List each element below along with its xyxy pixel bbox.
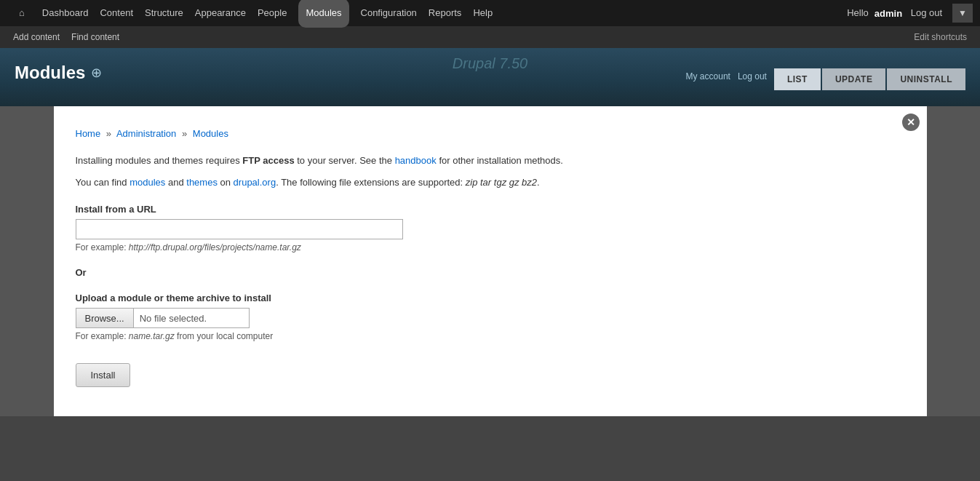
content-area: ✕ Home » Administration » Modules Instal… — [0, 106, 980, 481]
nav-dropdown-button[interactable]: ▼ — [952, 4, 973, 23]
breadcrumb-sep1: » — [106, 128, 111, 139]
breadcrumb-administration[interactable]: Administration — [116, 128, 176, 139]
tab-update[interactable]: UPDATE — [822, 68, 885, 90]
module-tabs: LIST UPDATE UNINSTALL — [774, 68, 965, 90]
info2-prefix: You can find — [76, 177, 130, 188]
nav-appearance[interactable]: Appearance — [189, 0, 252, 26]
or-divider: Or — [76, 267, 905, 278]
my-account-link[interactable]: My account — [686, 71, 730, 82]
url-example-text: For example: http://ftp.drupal.org/files… — [76, 242, 905, 253]
upload-label: Upload a module or theme archive to inst… — [76, 293, 905, 303]
url-input[interactable] — [76, 219, 403, 239]
install-info-line2: You can find modules and themes on drupa… — [76, 175, 905, 190]
upload-area: Browse... No file selected. — [76, 308, 905, 328]
themes-link[interactable]: themes — [186, 177, 218, 188]
upload-example-file: name.tar.gz — [129, 331, 175, 341]
nav-help[interactable]: Help — [467, 0, 498, 26]
tab-list[interactable]: LIST — [774, 68, 821, 90]
tab-uninstall[interactable]: UNINSTALL — [887, 68, 965, 90]
page-header: Drupal 7.50 Modules ⊕ My account Log out… — [0, 48, 980, 106]
nav-content[interactable]: Content — [94, 0, 139, 26]
upload-section: Upload a module or theme archive to inst… — [76, 293, 905, 341]
nav-people[interactable]: People — [252, 0, 292, 26]
top-navigation: ⌂ Dashboard Content Structure Appearance… — [0, 0, 980, 26]
nav-structure[interactable]: Structure — [139, 0, 189, 26]
shortcuts-bar: Add content Find content Edit shortcuts — [0, 26, 980, 48]
nav-modules[interactable]: Modules — [292, 0, 354, 28]
info1-middle: to your server. See the — [295, 155, 395, 166]
url-label: Install from a URL — [76, 204, 905, 215]
edit-shortcuts-link[interactable]: Edit shortcuts — [908, 32, 973, 42]
dark-background — [0, 416, 980, 481]
handbook-link[interactable]: handbook — [395, 155, 437, 166]
home-icon: ⌂ — [13, 0, 31, 26]
my-account-area: My account Log out LIST UPDATE UNINSTALL — [686, 63, 965, 96]
nav-dashboard[interactable]: Dashboard — [36, 0, 95, 26]
info2-and: and — [165, 177, 186, 188]
ftp-access-text: FTP access — [242, 155, 294, 166]
greeting-text: Hello — [841, 0, 875, 26]
browse-button[interactable]: Browse... — [76, 308, 133, 328]
upload-example-prefix: For example: — [76, 331, 129, 341]
info1-suffix: for other installation methods. — [437, 155, 563, 166]
add-module-icon[interactable]: ⊕ — [91, 65, 102, 81]
file-name-display: No file selected. — [133, 308, 250, 328]
info1-prefix: Installing modules and themes requires — [76, 155, 243, 166]
page-title-area: Modules ⊕ — [15, 63, 102, 83]
find-content-shortcut[interactable]: Find content — [65, 32, 125, 42]
breadcrumb: Home » Administration » Modules — [76, 128, 905, 139]
breadcrumb-sep2: » — [182, 128, 187, 139]
home-nav-icon[interactable]: ⌂ — [7, 0, 36, 26]
url-example-value: http://ftp.drupal.org/files/projects/nam… — [129, 242, 301, 253]
top-nav-right: Hello admin Log out ▼ — [841, 0, 973, 26]
url-example-prefix: For example: — [76, 242, 129, 253]
page-title: Modules — [15, 63, 85, 83]
info2-suffix: . The following file extensions are supp… — [276, 177, 466, 188]
nav-configuration[interactable]: Configuration — [355, 0, 423, 26]
breadcrumb-modules[interactable]: Modules — [193, 128, 228, 139]
install-button[interactable]: Install — [76, 363, 131, 387]
extensions-text: zip tar tgz gz bz2 — [466, 177, 537, 188]
logout-link[interactable]: Log out — [905, 0, 948, 26]
upload-example-text: For example: name.tar.gz from your local… — [76, 331, 905, 341]
upload-example-suffix: from your local computer — [175, 331, 273, 341]
install-from-url-section: Install from a URL For example: http://f… — [76, 204, 905, 253]
add-content-shortcut[interactable]: Add content — [7, 32, 65, 42]
info2-dot: . — [537, 177, 540, 188]
nav-reports[interactable]: Reports — [423, 0, 468, 26]
modal-close-button[interactable]: ✕ — [902, 114, 920, 131]
drupal-version: Drupal 7.50 — [453, 55, 527, 72]
log-out-header-link[interactable]: Log out — [738, 71, 767, 82]
info2-on: on — [218, 177, 234, 188]
username-text: admin — [875, 8, 902, 19]
modules-link[interactable]: modules — [130, 177, 165, 188]
install-modal: ✕ Home » Administration » Modules Instal… — [54, 106, 927, 416]
breadcrumb-home[interactable]: Home — [76, 128, 101, 139]
install-info-line1: Installing modules and themes requires F… — [76, 154, 905, 168]
drupal-org-link[interactable]: drupal.org — [234, 177, 276, 188]
